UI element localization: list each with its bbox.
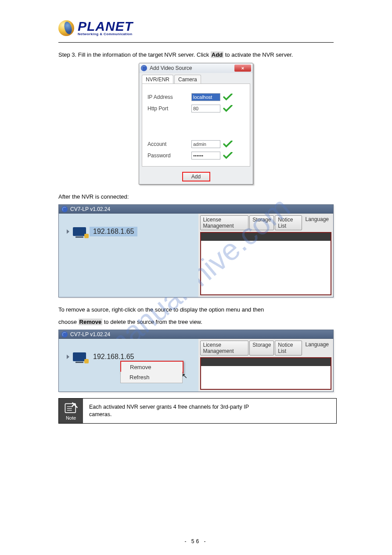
cv-title-text: CV7-LP v1.02.24 bbox=[70, 331, 110, 337]
remove-text-a: choose bbox=[58, 319, 79, 325]
context-menu-refresh[interactable]: Refresh bbox=[121, 372, 182, 383]
dialog-titlebar: Add Video Source × bbox=[139, 63, 253, 73]
page-number: - 56 - bbox=[0, 538, 392, 544]
remove-paragraph-2: choose Remove to delete the source from … bbox=[58, 318, 334, 326]
dialog-tabs: NVR/ENR Camera bbox=[142, 75, 250, 84]
server-icon bbox=[73, 352, 86, 361]
right-panel: License Management Storage Notice List L… bbox=[198, 339, 334, 392]
check-icon bbox=[223, 105, 233, 112]
dialog-title: Add Video Source bbox=[150, 65, 192, 71]
globe-icon bbox=[58, 20, 74, 36]
note-text: Each activated NVR server grants 4 free … bbox=[83, 399, 336, 423]
add-highlight: Add bbox=[211, 51, 223, 58]
cv-window-connected: CV7-LP v1.02.24 192.168.1.65 License Man… bbox=[58, 204, 334, 297]
tab-language[interactable]: Language bbox=[303, 215, 331, 230]
step3-paragraph: Step 3. Fill in the information of the t… bbox=[58, 51, 334, 59]
context-menu-remove[interactable]: Remove bbox=[121, 362, 183, 373]
note-label: Note bbox=[66, 415, 76, 421]
device-tree[interactable]: 192.168.1.65 bbox=[59, 214, 198, 297]
expand-icon[interactable] bbox=[67, 229, 69, 234]
cv-titlebar: CV7-LP v1.02.24 bbox=[59, 205, 333, 214]
note-callout: Note Each activated NVR server grants 4 … bbox=[58, 398, 337, 424]
tree-item-label: 192.168.1.65 bbox=[90, 352, 137, 362]
tab-license-management[interactable]: License Management bbox=[200, 215, 249, 230]
context-menu-bottom: Refresh bbox=[120, 372, 183, 383]
expand-icon[interactable] bbox=[67, 355, 69, 359]
tab-nvr-enr[interactable]: NVR/ENR bbox=[142, 75, 173, 83]
tab-notice-list[interactable]: Notice List bbox=[275, 215, 302, 230]
tab-language[interactable]: Language bbox=[303, 341, 331, 355]
password-input[interactable]: •••••• bbox=[191, 152, 220, 160]
after-add-text: After the NVR is connected: bbox=[58, 192, 334, 201]
add-video-source-dialog: Add Video Source × NVR/ENR Camera IP Add… bbox=[139, 63, 253, 185]
cv-window-contextmenu: CV7-LP v1.02.24 192.168.1.65 Remove Refr… bbox=[58, 330, 334, 392]
remove-highlight: Remove bbox=[79, 319, 103, 325]
tree-item-label: 192.168.1.65 bbox=[90, 227, 137, 236]
check-icon bbox=[223, 152, 233, 159]
tab-camera[interactable]: Camera bbox=[174, 75, 201, 83]
app-icon bbox=[141, 65, 147, 71]
tab-storage[interactable]: Storage bbox=[249, 215, 274, 230]
check-icon bbox=[223, 141, 233, 148]
cv-title-text: CV7-LP v1.02.24 bbox=[70, 206, 110, 212]
device-tree[interactable]: 192.168.1.65 Remove Refresh ↖ bbox=[59, 339, 198, 392]
right-panel: License Management Storage Notice List L… bbox=[198, 214, 334, 297]
account-input[interactable]: admin bbox=[191, 140, 220, 148]
ip-label: IP Address bbox=[147, 94, 191, 100]
tree-item-nvr[interactable]: 192.168.1.65 bbox=[67, 225, 198, 238]
note-badge: Note bbox=[59, 399, 83, 423]
cv-titlebar: CV7-LP v1.02.24 bbox=[59, 330, 333, 339]
tab-notice-list[interactable]: Notice List bbox=[275, 341, 302, 355]
header-divider bbox=[58, 42, 334, 43]
add-button[interactable]: Add bbox=[182, 172, 210, 181]
app-icon bbox=[61, 206, 68, 212]
remove-paragraph-1: To remove a source, right-click on the s… bbox=[58, 305, 334, 314]
remove-text-b: to delete the source from the tree view. bbox=[102, 319, 202, 325]
server-icon bbox=[73, 227, 86, 236]
tab-storage[interactable]: Storage bbox=[249, 341, 274, 355]
app-icon bbox=[61, 331, 68, 337]
password-label: Password bbox=[147, 152, 191, 159]
port-label: Http Port bbox=[147, 105, 191, 112]
brand-subtitle: Networking & Communication bbox=[78, 32, 133, 36]
brand-header: PLANET Networking & Communication bbox=[58, 20, 334, 36]
step-text-b: to activate the NVR server. bbox=[223, 51, 293, 58]
step-label: Step 3. bbox=[58, 51, 76, 58]
port-input[interactable]: 80 bbox=[191, 105, 220, 112]
brand-title: PLANET bbox=[78, 20, 133, 33]
ip-input[interactable]: localhost bbox=[191, 93, 220, 101]
cursor-icon: ↖ bbox=[182, 372, 187, 380]
note-line1: Each activated NVR server grants 4 free … bbox=[89, 403, 330, 411]
check-icon bbox=[223, 94, 233, 101]
tab-license-management[interactable]: License Management bbox=[200, 341, 249, 355]
note-icon bbox=[64, 401, 79, 414]
note-line2: cameras. bbox=[89, 411, 330, 419]
account-label: Account bbox=[147, 141, 191, 147]
close-button[interactable]: × bbox=[234, 65, 251, 72]
step-text-a: Fill in the information of the target NV… bbox=[78, 51, 211, 58]
